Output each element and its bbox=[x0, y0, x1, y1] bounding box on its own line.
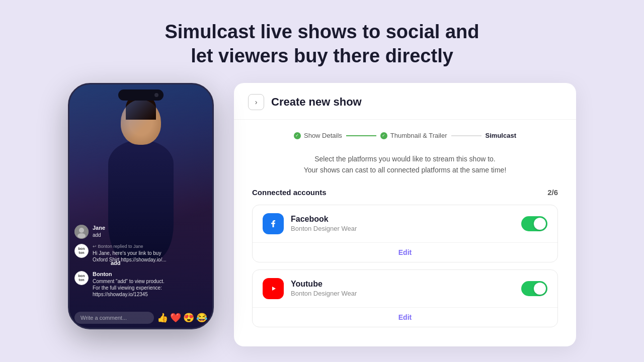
youtube-icon bbox=[263, 278, 284, 299]
thumbs-up-emoji[interactable]: 👍 bbox=[157, 312, 168, 323]
chat-message-jane: Jane add bbox=[74, 225, 207, 239]
jane-bubble: Jane add bbox=[93, 225, 207, 238]
svg-point-1 bbox=[79, 228, 84, 233]
youtube-info: Youtube Bonton Designer Wear bbox=[291, 280, 514, 297]
jane-avatar bbox=[74, 225, 89, 239]
facebook-card-main: Facebook Bonton Designer Wear bbox=[253, 205, 557, 242]
facebook-edit-row: Edit bbox=[253, 242, 557, 262]
phone-screen: Jane add bonton ↩ Bonton replied to Jane… bbox=[69, 84, 212, 328]
comment-bar[interactable]: Write a comment... 👍 ❤️ 😍 😂 bbox=[74, 312, 207, 324]
step-dot-show-details: ✓ bbox=[294, 132, 301, 139]
panel-header: › Create new show bbox=[234, 83, 576, 120]
facebook-account-card: Facebook Bonton Designer Wear Edit bbox=[252, 205, 558, 262]
comment-input[interactable]: Write a comment... bbox=[74, 312, 154, 324]
panel-description: Select the platforms you would like to s… bbox=[252, 153, 558, 176]
bonton-reply-indicator: ↩ Bonton replied to Jane bbox=[93, 244, 207, 249]
bonton-avatar-2: bonton bbox=[74, 271, 89, 285]
chat-message-bonton-comment: bonton Bonton Comment "add" to view prod… bbox=[74, 271, 207, 298]
laugh-emoji[interactable]: 😂 bbox=[196, 312, 207, 323]
phone-shell: Jane add bonton ↩ Bonton replied to Jane… bbox=[68, 83, 214, 329]
phone-mockup: Jane add bonton ↩ Bonton replied to Jane… bbox=[68, 83, 214, 329]
create-show-panel: › Create new show ✓ Show Details ✓ Thumb… bbox=[234, 83, 576, 346]
bonton-name: Bonton bbox=[93, 271, 207, 277]
phone-notch bbox=[118, 89, 164, 101]
connected-accounts-header: Connected accounts 2/6 bbox=[252, 188, 558, 197]
person-head bbox=[121, 100, 161, 145]
facebook-info: Facebook Bonton Designer Wear bbox=[291, 215, 514, 232]
step-thumbnail-trailer: ✓ Thumbnail & Trailer bbox=[380, 132, 447, 139]
phone-camera bbox=[154, 93, 158, 97]
step-label-show-details: Show Details bbox=[304, 132, 342, 139]
facebook-toggle[interactable] bbox=[521, 216, 547, 231]
step-label-simulcast: Simulcast bbox=[486, 132, 516, 139]
step-line-2 bbox=[451, 135, 481, 136]
youtube-edit-link[interactable]: Edit bbox=[398, 313, 412, 321]
step-line-1 bbox=[346, 135, 376, 136]
facebook-toggle-knob bbox=[534, 218, 546, 230]
youtube-toggle[interactable] bbox=[521, 281, 547, 296]
stepper: ✓ Show Details ✓ Thumbnail & Trailer Sim… bbox=[252, 132, 558, 139]
youtube-name: Youtube bbox=[291, 280, 514, 289]
facebook-icon bbox=[263, 213, 284, 234]
youtube-card-main: Youtube Bonton Designer Wear bbox=[253, 270, 557, 307]
bonton-reply-bubble: ↩ Bonton replied to Jane Hi Jane, here's… bbox=[93, 244, 207, 266]
jane-text: add bbox=[93, 232, 207, 238]
youtube-account-card: Youtube Bonton Designer Wear Edit bbox=[252, 269, 558, 327]
facebook-name: Facebook bbox=[291, 215, 514, 224]
bonton-comment-text: Comment "add" to view product.For the fu… bbox=[93, 278, 207, 298]
headline-line2: let viewers buy there directly bbox=[191, 45, 453, 66]
back-button[interactable]: › bbox=[248, 94, 264, 110]
youtube-toggle-knob bbox=[534, 283, 546, 295]
chat-message-bonton-reply: bonton ↩ Bonton replied to Jane Hi Jane,… bbox=[74, 244, 207, 266]
facebook-edit-link[interactable]: Edit bbox=[398, 248, 412, 256]
facebook-sub: Bonton Designer Wear bbox=[291, 225, 514, 232]
connected-accounts-label: Connected accounts bbox=[252, 188, 327, 197]
heart-emoji[interactable]: ❤️ bbox=[170, 312, 181, 323]
step-dot-thumbnail: ✓ bbox=[380, 132, 387, 139]
svg-point-2 bbox=[77, 233, 86, 238]
youtube-sub: Bonton Designer Wear bbox=[291, 290, 514, 297]
desc-line2: Your shows can cast to all connected pla… bbox=[304, 166, 507, 174]
youtube-edit-row: Edit bbox=[253, 307, 557, 327]
connected-accounts-count: 2/6 bbox=[547, 188, 558, 197]
step-simulcast: Simulcast bbox=[486, 132, 516, 139]
step-label-thumbnail: Thumbnail & Trailer bbox=[390, 132, 447, 139]
bonton-avatar-1: bonton bbox=[74, 244, 89, 258]
bonton-comment-bubble: Bonton Comment "add" to view product.For… bbox=[93, 271, 207, 298]
step-show-details: ✓ Show Details bbox=[294, 132, 342, 139]
face-glow bbox=[121, 100, 161, 145]
jane-name: Jane bbox=[93, 225, 207, 231]
content-area: Jane add bonton ↩ Bonton replied to Jane… bbox=[0, 83, 644, 346]
emoji-row: 👍 ❤️ 😍 😂 bbox=[157, 312, 207, 323]
love-eyes-emoji[interactable]: 😍 bbox=[183, 312, 194, 323]
desc-line1: Select the platforms you would like to s… bbox=[314, 155, 496, 163]
panel-title: Create new show bbox=[271, 96, 362, 109]
panel-body: ✓ Show Details ✓ Thumbnail & Trailer Sim… bbox=[234, 120, 576, 346]
headline: Simulcast live shows to social and let v… bbox=[165, 20, 479, 68]
headline-line1: Simulcast live shows to social and bbox=[165, 21, 479, 42]
chat-overlay: Jane add bonton ↩ Bonton replied to Jane… bbox=[74, 225, 207, 298]
